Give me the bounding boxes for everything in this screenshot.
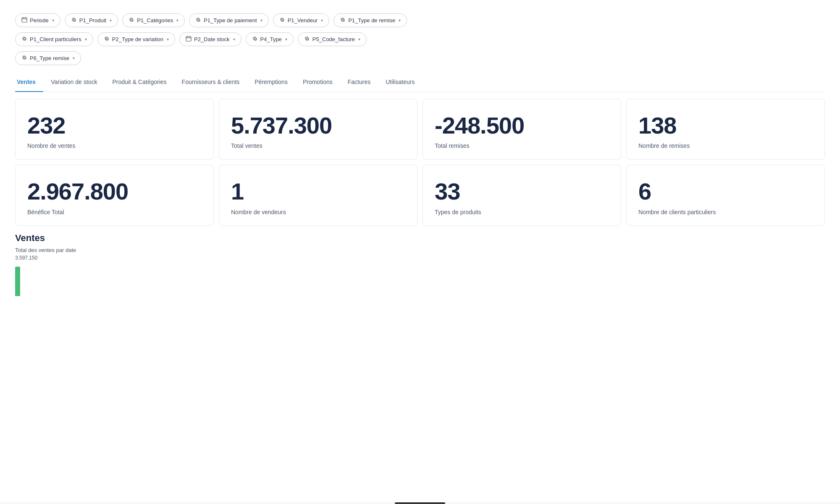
filter-label-p1_categories: P1_Catégories: [137, 17, 173, 24]
chevron-down-icon: ▾: [176, 18, 178, 23]
link-icon: [21, 55, 27, 62]
chevron-down-icon: ▾: [233, 37, 235, 42]
link-icon: [104, 36, 110, 43]
tab-factures[interactable]: Factures: [340, 74, 378, 92]
chevron-down-icon: ▾: [73, 56, 75, 60]
chart-subtitle: Total des ventes par date: [15, 247, 825, 253]
filter-chip-p1_type_paiement[interactable]: P1_Type de paiement▾: [189, 13, 268, 27]
chevron-down-icon: ▾: [321, 18, 323, 23]
tab-peremptions[interactable]: Péremptions: [247, 74, 295, 92]
tab-produit_categories[interactable]: Produit & Catégories: [105, 74, 174, 92]
filter-chip-p2_date_stock[interactable]: P2_Date stock▾: [179, 32, 242, 46]
metric-card-total_remises: -248.500Total remises: [423, 99, 621, 160]
filter-row-3: P6_Type remise▾: [15, 51, 825, 65]
chevron-down-icon: ▾: [260, 18, 262, 23]
metric-card-nombre_remises: 138Nombre de remises: [626, 99, 825, 160]
metrics-grid: 232Nombre de ventes5.737.300Total ventes…: [15, 99, 825, 226]
filter-chip-p2_type_variation[interactable]: P2_Type de variation▾: [97, 32, 175, 46]
link-icon: [279, 17, 285, 24]
metric-label-benefice_total: Bénéfice Total: [27, 209, 202, 215]
filter-label-p5_code_facture: P5_Code_facture: [312, 36, 355, 42]
filter-chip-p5_code_facture[interactable]: P5_Code_facture▾: [298, 32, 367, 46]
metric-label-total_remises: Total remises: [435, 142, 609, 149]
metric-card-nombre_clients: 6Nombre de clients particuliers: [626, 165, 825, 226]
tab-promotions[interactable]: Promotions: [295, 74, 340, 92]
filter-chip-p1_type_remise[interactable]: P1_Type de remise▾: [333, 13, 407, 27]
filter-row-2: P1_Client particuliers▾P2_Type de variat…: [15, 32, 825, 46]
link-icon: [252, 36, 258, 43]
ventes-section: Ventes Total des ventes par date 3.597.1…: [15, 233, 825, 296]
filter-label-p1_type_remise: P1_Type de remise: [348, 17, 395, 24]
filter-label-p1_vendeur: P1_Vendeur: [288, 17, 318, 24]
tab-utilisateurs[interactable]: Utilisateurs: [378, 74, 422, 92]
tab-ventes[interactable]: Ventes: [15, 74, 43, 92]
chart-value-label: 3.597.150: [15, 255, 825, 261]
metric-value-nombre_clients: 6: [638, 178, 813, 205]
filter-label-p2_date_stock: P2_Date stock: [194, 36, 230, 42]
chevron-down-icon: ▾: [358, 37, 360, 42]
filter-label-p1_produit: P1_Produit: [79, 17, 106, 24]
chevron-down-icon: ▾: [52, 18, 54, 23]
filter-label-p1_type_paiement: P1_Type de paiement: [204, 17, 257, 24]
metric-value-total_ventes: 5.737.300: [231, 113, 405, 139]
calendar-icon: [21, 17, 27, 24]
ventes-section-title: Ventes: [15, 233, 825, 244]
metric-label-nombre_vendeurs: Nombre de vendeurs: [231, 209, 405, 215]
filter-chip-p1_vendeur[interactable]: P1_Vendeur▾: [273, 13, 330, 27]
filter-chip-p1_produit[interactable]: P1_Produit▾: [65, 13, 118, 27]
metric-value-nombre_ventes: 232: [27, 113, 202, 139]
metric-label-nombre_ventes: Nombre de ventes: [27, 142, 202, 149]
chevron-down-icon: ▾: [167, 37, 169, 42]
filter-chip-p6_type_remise[interactable]: P6_Type remise▾: [15, 51, 81, 65]
chart-area: [15, 262, 825, 296]
link-icon: [304, 36, 310, 43]
filter-label-periode: Periode: [30, 17, 49, 24]
metric-label-nombre_remises: Nombre de remises: [638, 142, 813, 149]
filter-label-p4_type: P4_Type: [260, 36, 282, 42]
metric-card-nombre_ventes: 232Nombre de ventes: [15, 99, 214, 160]
link-icon: [340, 17, 346, 24]
tabs-list: VentesVariation de stockProduit & Catégo…: [15, 74, 825, 92]
filter-label-p2_type_variation: P2_Type de variation: [112, 36, 163, 42]
chevron-down-icon: ▾: [399, 18, 401, 23]
chevron-down-icon: ▾: [85, 37, 87, 42]
tab-variation_stock[interactable]: Variation de stock: [43, 74, 105, 92]
link-icon: [71, 17, 77, 24]
chevron-down-icon: ▾: [110, 18, 112, 23]
link-icon: [195, 17, 201, 24]
metric-card-types_produits: 33Types de produits: [423, 165, 621, 226]
filter-chip-periode[interactable]: Periode▾: [15, 13, 60, 27]
calendar-icon: [186, 36, 192, 43]
metric-card-nombre_vendeurs: 1Nombre de vendeurs: [219, 165, 417, 226]
link-icon: [129, 17, 134, 24]
metric-value-nombre_vendeurs: 1: [231, 178, 405, 205]
filter-chip-p4_type[interactable]: P4_Type▾: [246, 32, 294, 46]
metric-value-total_remises: -248.500: [435, 113, 609, 139]
metric-label-nombre_clients: Nombre de clients particuliers: [638, 209, 813, 215]
metric-value-types_produits: 33: [435, 178, 609, 205]
metric-value-benefice_total: 2.967.800: [27, 178, 202, 205]
svg-rect-0: [22, 18, 27, 22]
filter-chip-p1_categories[interactable]: P1_Catégories▾: [122, 13, 185, 27]
metric-card-total_ventes: 5.737.300Total ventes: [219, 99, 417, 160]
tab-fournisseurs_clients[interactable]: Fournisseurs & clients: [174, 74, 247, 92]
link-icon: [21, 36, 27, 43]
metric-value-nombre_remises: 138: [638, 113, 813, 139]
filter-label-p6_type_remise: P6_Type remise: [30, 55, 69, 61]
metric-label-types_produits: Types de produits: [435, 209, 609, 215]
svg-rect-1: [186, 37, 191, 41]
chart-bar: [15, 267, 20, 296]
filter-label-p1_client: P1_Client particuliers: [30, 36, 81, 42]
metric-label-total_ventes: Total ventes: [231, 142, 405, 149]
filter-chip-p1_client[interactable]: P1_Client particuliers▾: [15, 32, 93, 46]
chevron-down-icon: ▾: [285, 37, 287, 42]
tabs-container: VentesVariation de stockProduit & Catégo…: [15, 74, 825, 92]
filter-row-1: Periode▾P1_Produit▾P1_Catégories▾P1_Type…: [15, 13, 825, 27]
metric-card-benefice_total: 2.967.800Bénéfice Total: [15, 165, 214, 226]
